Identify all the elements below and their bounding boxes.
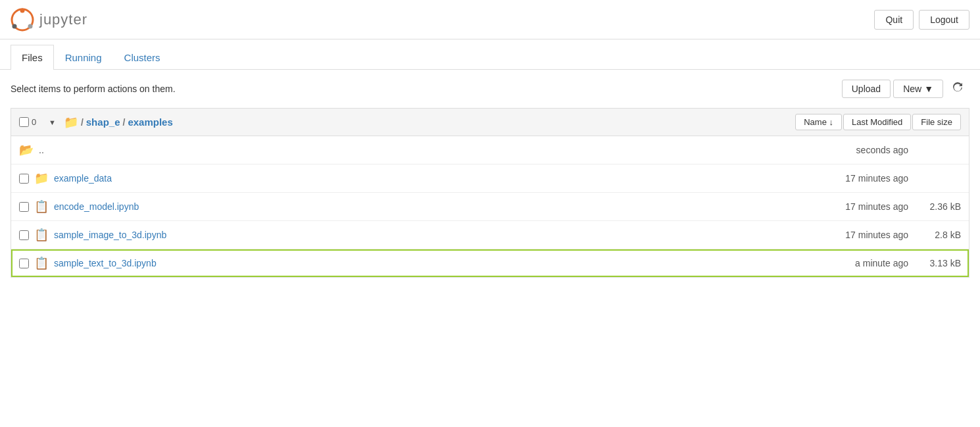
breadcrumb-sep-2: / bbox=[122, 117, 125, 128]
select-all-area: 0 ▼ bbox=[19, 117, 59, 127]
selected-count: 0 bbox=[32, 117, 43, 127]
toolbar: Select items to perform actions on them.… bbox=[0, 70, 980, 108]
notebook-icon-4: 📋 bbox=[34, 256, 49, 270]
tab-clusters[interactable]: Clusters bbox=[113, 45, 172, 70]
last-modified-sort-button[interactable]: Last Modified bbox=[843, 114, 911, 130]
header-buttons: Quit Logout bbox=[874, 10, 969, 30]
table-row: 📁 example_data 17 minutes ago bbox=[11, 164, 969, 193]
breadcrumb-shap-e[interactable]: shap_e bbox=[86, 116, 120, 128]
new-button[interactable]: New ▼ bbox=[893, 80, 943, 98]
upload-button[interactable]: Upload bbox=[842, 80, 891, 98]
tab-bar: Files Running Clusters bbox=[0, 45, 980, 70]
folder-icon: 📁 bbox=[64, 115, 78, 130]
quit-button[interactable]: Quit bbox=[874, 10, 914, 30]
file-size-4: 3.13 kB bbox=[908, 258, 961, 268]
header: jupyter Quit Logout bbox=[0, 0, 980, 39]
logo-text: jupyter bbox=[39, 11, 87, 28]
file-modified-1: 17 minutes ago bbox=[777, 173, 908, 184]
file-modified-0: seconds ago bbox=[777, 145, 908, 155]
table-row: 📋 sample_text_to_3d.ipynb a minute ago 3… bbox=[11, 249, 969, 277]
refresh-icon bbox=[952, 82, 964, 93]
file-browser: 0 ▼ 📁 / shap_e / examples Name ↓ Last Mo… bbox=[0, 108, 980, 278]
file-size-2: 2.36 kB bbox=[908, 201, 961, 212]
file-list: 📂 .. seconds ago 📁 example_data 17 minut… bbox=[11, 136, 969, 278]
parent-dir-link[interactable]: .. bbox=[39, 145, 777, 155]
file-link-1[interactable]: example_data bbox=[54, 173, 777, 184]
folder-up-icon: 📂 bbox=[19, 143, 34, 157]
select-info-text: Select items to perform actions on them. bbox=[11, 84, 176, 94]
svg-point-1 bbox=[20, 8, 25, 13]
breadcrumb-examples[interactable]: examples bbox=[128, 116, 172, 128]
file-link-3[interactable]: sample_image_to_3d.ipynb bbox=[54, 230, 777, 240]
file-link-4[interactable]: sample_text_to_3d.ipynb bbox=[54, 258, 777, 268]
logo: jupyter bbox=[11, 8, 87, 32]
select-dropdown-arrow[interactable]: ▼ bbox=[46, 118, 59, 126]
table-row: 📋 sample_image_to_3d.ipynb 17 minutes ag… bbox=[11, 221, 969, 249]
table-row: 📋 encode_model.ipynb 17 minutes ago 2.36… bbox=[11, 193, 969, 221]
svg-point-2 bbox=[28, 24, 33, 28]
jupyter-logo-icon bbox=[11, 8, 34, 32]
refresh-button[interactable] bbox=[946, 78, 969, 100]
file-modified-4: a minute ago bbox=[777, 258, 908, 268]
file-size-sort-button[interactable]: File size bbox=[912, 114, 961, 130]
file-size-3: 2.8 kB bbox=[908, 230, 961, 240]
breadcrumb-path: 📁 / shap_e / examples bbox=[64, 115, 794, 130]
notebook-icon-3: 📋 bbox=[34, 228, 49, 242]
column-headers: Name ↓ Last Modified File size bbox=[794, 114, 961, 130]
notebook-icon-2: 📋 bbox=[34, 199, 49, 214]
file-checkbox-1[interactable] bbox=[19, 174, 29, 184]
file-modified-2: 17 minutes ago bbox=[777, 201, 908, 212]
toolbar-right: Upload New ▼ bbox=[842, 78, 969, 100]
file-checkbox-4[interactable] bbox=[19, 259, 29, 268]
file-link-2[interactable]: encode_model.ipynb bbox=[54, 201, 777, 212]
svg-point-3 bbox=[12, 24, 17, 28]
file-modified-3: 17 minutes ago bbox=[777, 230, 908, 240]
select-all-checkbox[interactable] bbox=[19, 117, 29, 127]
tab-files[interactable]: Files bbox=[11, 45, 54, 70]
name-sort-button[interactable]: Name ↓ bbox=[795, 114, 842, 130]
file-checkbox-2[interactable] bbox=[19, 202, 29, 212]
tab-running[interactable]: Running bbox=[54, 45, 113, 70]
table-row: 📂 .. seconds ago bbox=[11, 136, 969, 164]
file-checkbox-3[interactable] bbox=[19, 230, 29, 240]
logout-button[interactable]: Logout bbox=[919, 10, 969, 30]
breadcrumb-bar: 0 ▼ 📁 / shap_e / examples Name ↓ Last Mo… bbox=[11, 108, 969, 136]
folder-icon-1: 📁 bbox=[34, 171, 49, 186]
